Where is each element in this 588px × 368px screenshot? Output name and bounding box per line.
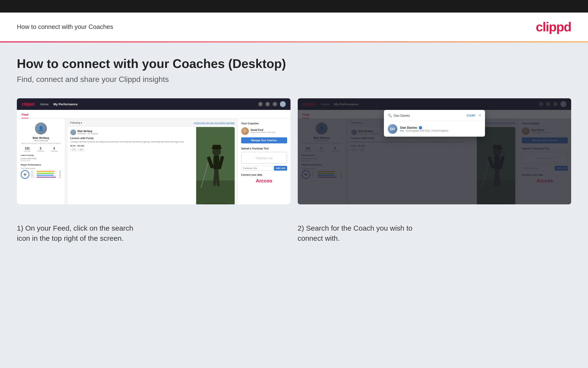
coaches-title-1: Your Coaches [241, 122, 287, 125]
latest-activity-date-1: 03 Aug 2022 [21, 159, 61, 161]
coach-item-1: D David Ford Royal North Devon Golf Club [241, 127, 287, 135]
nav-user-icon[interactable] [265, 102, 270, 106]
nav-link-home[interactable]: Home [40, 102, 49, 106]
qbar-ott: OTT 90 [31, 171, 61, 172]
feed-tab-1[interactable]: Feed [22, 113, 28, 118]
stat-following-label: Following [51, 150, 58, 152]
qbar-app: APP 85 [31, 173, 61, 174]
main-content: How to connect with your Coaches (Deskto… [0, 42, 588, 365]
step1-caption: 1) On your Feed, click on the search ico… [17, 213, 290, 243]
qbar-ott-fill [37, 171, 55, 172]
search-icon: 🔍 [388, 113, 392, 117]
qbar-putt-fill [37, 177, 56, 178]
qbar-ott-label: OTT [31, 171, 36, 172]
stat-activities-label: Activities [24, 150, 31, 152]
lesson-text-side-1: Blair McHarg Yesterday · Sunningdale Les… [68, 127, 196, 204]
trackman-add-btn-1[interactable]: Add Link [274, 166, 287, 171]
following-button-1[interactable]: Following ▾ [68, 120, 84, 125]
nav-search-icon[interactable] [258, 102, 263, 106]
qbar-app-fill [37, 173, 54, 174]
lesson-title-1: Lesson with Fordy [70, 137, 194, 139]
upload-trackman-title-1: Upload a Trackman Test [241, 147, 287, 150]
coach-info-club-1: Royal North Devon Golf Club [251, 131, 276, 134]
svg-rect-11 [212, 145, 221, 149]
trackman-box-1: Trackman Link [241, 152, 287, 164]
stat-following-num: 4 [51, 147, 58, 150]
trackman-input-1[interactable] [241, 166, 273, 171]
app-nav-1: clippd Home My Performance [17, 98, 290, 110]
search-result-name: Dan Davies [400, 126, 417, 129]
quality-bars-1: OTT 90 APP [31, 171, 61, 178]
qbar-arg-label: ARG [31, 175, 36, 176]
qbar-arg: ARG 86 [31, 175, 61, 176]
qbar-arg-fill [37, 175, 54, 176]
search-result-avatar: DD [388, 124, 397, 134]
verified-badge: ✓ [419, 126, 422, 129]
manage-coaches-button-1[interactable]: Manage Your Coaches [241, 137, 287, 143]
search-input-display[interactable]: Dan Davies [394, 114, 465, 117]
qbar-putt-val: 96 [58, 176, 61, 178]
feed-center-1: Following ▾ Control who can see your act… [65, 119, 237, 204]
profile-name-1: Blair McHarg [21, 136, 61, 139]
trackman-box-text-1: Trackman Link [255, 157, 273, 159]
nav-link-performance[interactable]: My Performance [53, 102, 78, 106]
header: How to connect with your Coaches clippd [0, 12, 588, 41]
golfer-scene-1 [196, 127, 235, 204]
coach-avatar-1: D [241, 127, 249, 135]
main-subheading: Find, connect and share your Clippd insi… [17, 75, 571, 84]
nav-icons-1 [258, 101, 286, 107]
stat-activities-num: 131 [24, 147, 31, 150]
search-bar-container: 🔍 Dan Davies CLEAR × DD Dan Davies ✓ [384, 110, 485, 137]
profile-stats-1: 131 Activities 3 Followers 4 Following [21, 147, 61, 152]
lesson-card-1: Blair McHarg Yesterday · Sunningdale Les… [68, 127, 235, 204]
nav-avatar[interactable] [280, 101, 286, 107]
qbar-arg-val: 86 [58, 175, 61, 176]
lesson-coach-name-1: Blair McHarg [78, 130, 98, 133]
lesson-coach-row-1: Blair McHarg Yesterday · Sunningdale [70, 129, 194, 135]
lesson-coach-avatar-1 [70, 129, 76, 135]
step2-caption: 2) Search for the Coach you wish to conn… [298, 213, 571, 243]
feed-tab-bar-1: Feed [17, 110, 290, 119]
search-result-name-row: Dan Davies ✓ [400, 126, 448, 129]
nav-settings-icon[interactable] [273, 102, 277, 106]
screenshot-frame-1: clippd Home My Performance Feed [17, 98, 290, 204]
qbar-putt: PUTT 96 [31, 176, 61, 178]
lesson-coach-info-1: Blair McHarg Yesterday · Sunningdale [78, 130, 98, 135]
clippd-logo: clippd [536, 19, 571, 34]
search-result-info: Dan Davies ✓ Pro Sunningdale Golf Club, … [400, 126, 448, 132]
stat-followers-label: Followers [37, 150, 44, 152]
search-clear-button[interactable]: CLEAR [467, 114, 475, 117]
nav-logo-1: clippd [22, 102, 35, 107]
screenshot-col-1: clippd Home My Performance Feed [17, 98, 290, 243]
screenshot-col-2: clippd Home My Performance [298, 98, 571, 243]
control-link-1[interactable]: Control who can see your activity and da… [194, 122, 235, 124]
total-quality-label-1: Total Player Quality [21, 167, 61, 169]
qbar-putt-track [37, 177, 57, 178]
coach-info-name-1: David Ford [251, 129, 276, 131]
page-title: How to connect with your Coaches [17, 23, 113, 31]
stat-followers: 3 Followers [37, 147, 44, 152]
qbar-app-label: APP [31, 173, 36, 174]
latest-activity-label-1: Latest Activity [21, 154, 61, 156]
profile-panel-1: 👤 Blair McHarg Plus Handicap Royal North… [17, 119, 65, 204]
profile-club-1: Royal North Devon Golf Club, United King… [21, 142, 61, 144]
screenshots-row: clippd Home My Performance Feed [17, 98, 571, 243]
search-result-club: Sunningdale Golf Club, United Kingdom [406, 129, 448, 132]
lesson-tags-1: OTT APP [70, 148, 194, 151]
lesson-desc-1: Looking to feel like my hands are exitin… [70, 140, 194, 143]
qbar-ott-val: 90 [58, 171, 61, 172]
search-result-pro: Pro [400, 130, 404, 132]
profile-hcp-1: Plus Handicap [21, 139, 61, 142]
app-body-1: 👤 Blair McHarg Plus Handicap Royal North… [17, 119, 290, 204]
stat-followers-num: 3 [37, 147, 44, 150]
stat-following: 4 Following [51, 147, 58, 152]
screenshot-frame-2: clippd Home My Performance [298, 98, 571, 204]
qbar-putt-label: PUTT [31, 176, 36, 178]
profile-avatar-1: 👤 [35, 122, 47, 135]
nav-links-1: Home My Performance [40, 102, 78, 106]
search-close-button[interactable]: × [479, 113, 481, 118]
search-overlay: 🔍 Dan Davies CLEAR × DD Dan Davies ✓ [298, 98, 571, 204]
search-result-meta: Pro Sunningdale Golf Club, United Kingdo… [400, 129, 448, 132]
trackman-input-row-1: Add Link [241, 166, 287, 171]
search-result-item[interactable]: DD Dan Davies ✓ Pro Sunningdale Golf Clu… [384, 121, 485, 137]
